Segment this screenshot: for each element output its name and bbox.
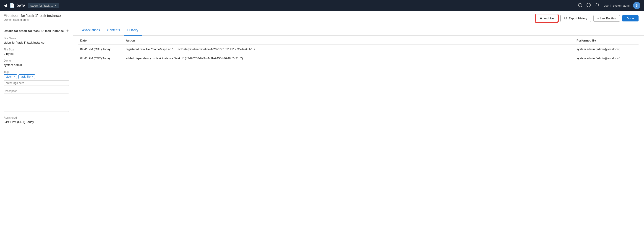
registered-row: Registered 04:41 PM (CDT) Today — [4, 116, 69, 124]
app-title: DATA — [16, 4, 25, 8]
tab-history[interactable]: History — [124, 25, 142, 36]
cell-action: added dependency on task instance "task … — [124, 54, 575, 63]
nav-tab-close[interactable]: × — [55, 4, 56, 7]
nav-icons: esp | system admin S — [578, 2, 640, 9]
search-icon[interactable] — [578, 3, 582, 9]
registered-label: Registered — [4, 116, 69, 119]
tag-stderr-remove[interactable]: × — [14, 75, 15, 78]
user-info: esp | system admin S — [604, 2, 640, 9]
tags-input[interactable] — [4, 80, 69, 86]
header-owner: Owner: system admin — [4, 18, 61, 22]
header-info: File stderr for "task 1" task instance O… — [4, 14, 61, 22]
header-row: File stderr for "task 1" task instance O… — [0, 11, 644, 25]
sidebar-collapse-button[interactable] — [66, 29, 69, 33]
right-content: Associations Contents History Date Acti — [73, 25, 644, 233]
tags-container: stderr × task_file × — [4, 74, 69, 79]
tags-label: Tags — [4, 70, 69, 74]
cell-performed-by: system admin (admin@localhost) — [575, 54, 638, 63]
export-icon — [564, 17, 568, 20]
link-entities-button[interactable]: + Link Entities — [594, 15, 620, 22]
file-size-value: 0 Bytes — [4, 52, 69, 56]
export-history-button[interactable]: Export History — [560, 15, 591, 22]
owner-label: Owner — [4, 59, 69, 62]
col-header-performed-by: Performed By — [575, 36, 638, 45]
file-name-label: File Name — [4, 37, 69, 40]
description-label: Description — [4, 89, 69, 93]
tab-associations[interactable]: Associations — [78, 25, 104, 36]
archive-icon — [540, 17, 542, 20]
help-icon[interactable] — [586, 3, 591, 9]
col-header-date: Date — [78, 36, 124, 45]
cell-action: registered task file "/home/esp/Lab7_ESP… — [124, 45, 575, 54]
tabs-bar: Associations Contents History — [73, 25, 644, 36]
table-row: 04:41 PM (CDT) Todayadded dependency on … — [78, 54, 638, 63]
back-button[interactable]: ◀ — [4, 3, 7, 8]
file-name-row: File Name stderr for "task 1" task insta… — [4, 37, 69, 44]
sidebar-header: Details for stderr for "task 1" task ins… — [4, 29, 69, 33]
sidebar-title: Details for stderr for "task 1" task ins… — [4, 29, 64, 33]
history-table: Date Action Performed By 04:41 PM (CDT) … — [78, 36, 638, 63]
description-row: Description — [4, 89, 69, 112]
table-row: 04:41 PM (CDT) Todayregistered task file… — [78, 45, 638, 54]
nav-tab: stderr for "task ... × — [28, 3, 59, 8]
owner-row: Owner system admin — [4, 59, 69, 67]
nav-tab-title: stderr for "task ... — [30, 4, 53, 7]
table-container: Date Action Performed By 04:41 PM (CDT) … — [73, 36, 644, 233]
left-sidebar: Details for stderr for "task 1" task ins… — [0, 25, 73, 233]
cell-date: 04:41 PM (CDT) Today — [78, 54, 124, 63]
svg-line-1 — [581, 6, 582, 7]
user-org: esp — [604, 4, 608, 7]
tab-contents[interactable]: Contents — [104, 25, 124, 36]
main-layout: Details for stderr for "task 1" task ins… — [0, 25, 644, 233]
col-header-action: Action — [124, 36, 575, 45]
page-title: File stderr for "task 1" task instance — [4, 14, 61, 18]
avatar: S — [633, 2, 640, 9]
file-size-label: File Size — [4, 48, 69, 51]
svg-point-0 — [578, 3, 581, 6]
user-name: system admin — [613, 4, 631, 7]
owner-value: system admin — [4, 63, 69, 67]
description-textarea[interactable] — [4, 94, 69, 112]
tag-task-file-remove[interactable]: × — [32, 75, 33, 78]
file-size-row: File Size 0 Bytes — [4, 48, 69, 56]
registered-value: 04:41 PM (CDT) Today — [4, 120, 69, 124]
bell-icon[interactable] — [595, 3, 600, 9]
header-actions: Archive Export History + Link Entities D… — [535, 15, 638, 22]
svg-line-4 — [566, 17, 567, 18]
data-icon: 📄 — [10, 3, 14, 8]
tags-row: Tags stderr × task_file × — [4, 70, 69, 86]
top-nav: ◀ 📄 DATA stderr for "task ... × esp | sy… — [0, 0, 644, 11]
file-name-value: stderr for "task 1" task instance — [4, 41, 69, 44]
cell-performed-by: system admin (admin@localhost) — [575, 45, 638, 54]
tag-task-file: task_file × — [18, 74, 35, 79]
app-logo: 📄 DATA — [10, 3, 25, 8]
tag-stderr: stderr × — [4, 74, 17, 79]
done-button[interactable]: Done — [622, 15, 639, 22]
archive-button[interactable]: Archive — [535, 15, 558, 22]
cell-date: 04:41 PM (CDT) Today — [78, 45, 124, 54]
